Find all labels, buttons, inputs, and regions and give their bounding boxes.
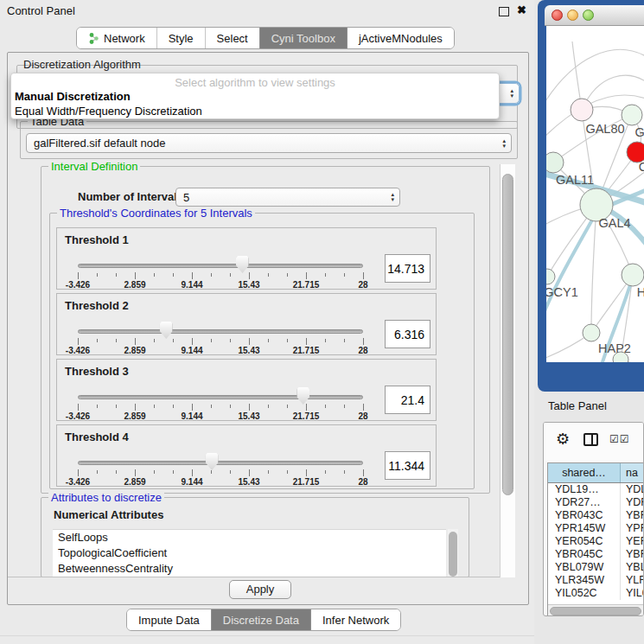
slider-track[interactable] [78, 461, 363, 465]
num-intervals-value: 5 [183, 191, 189, 204]
network-node[interactable] [546, 269, 555, 284]
table-cell[interactable]: YPR1 [621, 522, 643, 535]
threshold-value-field[interactable] [385, 451, 430, 480]
threshold-value-field[interactable] [385, 320, 430, 348]
network-node-label: C [639, 160, 644, 174]
dropdown-option-manual[interactable]: Manual Discretization [11, 89, 499, 104]
network-view[interactable]: GAL80GACGAL11GAL4GCY1HHAP2 [546, 26, 644, 362]
network-node[interactable] [583, 324, 600, 341]
slider-track[interactable] [78, 329, 363, 334]
table-cell[interactable]: YER0 [621, 535, 643, 548]
table-cell[interactable]: YIL052C [548, 587, 621, 600]
threshold-slider[interactable]: -3.4262.8599.14415.4321.71528 [78, 318, 363, 354]
table-row[interactable]: YDL19… YDL1 [548, 483, 643, 496]
float-icon[interactable] [499, 7, 509, 16]
network-edge-thick[interactable] [546, 209, 598, 324]
attributes-list[interactable]: SelfLoopsTopologicalCoefficientBetweenne… [53, 529, 446, 577]
slider-thumb[interactable] [160, 322, 173, 339]
threshold-label: Threshold 2 [65, 299, 129, 312]
table-cell[interactable]: YLR345W [548, 574, 621, 587]
top-tabbar: Network Style Select Cyni Toolbox jActiv… [76, 27, 455, 49]
tab-network[interactable]: Network [77, 28, 156, 48]
table-cell[interactable]: YBL0 [621, 561, 643, 574]
table-cell[interactable]: YBL079W [548, 561, 621, 574]
minimize-traffic-light-icon[interactable] [567, 10, 578, 21]
table-row[interactable]: YIL052C YIL0 [548, 587, 643, 600]
zoom-traffic-light-icon[interactable] [583, 10, 594, 21]
slider-track[interactable] [78, 264, 363, 268]
network-edge[interactable] [591, 205, 596, 333]
slider-thumb[interactable] [296, 387, 309, 405]
network-node-label: GAL11 [556, 173, 594, 187]
threshold-value-field[interactable] [385, 254, 430, 283]
bottom-divider [0, 635, 534, 636]
tab-infer-network[interactable]: Infer Network [311, 609, 400, 630]
network-window-titlebar[interactable] [545, 5, 644, 26]
network-node-label: HAP2 [598, 341, 631, 355]
slider-track[interactable] [78, 395, 363, 399]
network-canvas-svg: GAL80GACGAL11GAL4GCY1HHAP2 [546, 26, 644, 362]
network-edge[interactable] [546, 49, 644, 108]
column-header-shared-name[interactable]: shared… [548, 463, 621, 482]
tab-select[interactable]: Select [205, 28, 259, 48]
column-layout-icon[interactable] [583, 433, 598, 446]
table-cell[interactable]: YBR045C [548, 548, 621, 561]
table-row[interactable]: YLR345W YLR3 [548, 574, 643, 587]
settings-scrollbar[interactable] [500, 164, 515, 577]
network-node[interactable] [546, 152, 564, 173]
table-cell[interactable]: YBR0 [621, 548, 643, 561]
close-icon[interactable]: ✖ [517, 3, 526, 16]
apply-button[interactable]: Apply [229, 580, 291, 599]
list-item[interactable]: TopologicalCoefficient [53, 545, 446, 561]
table-cell[interactable]: YBR0 [621, 509, 643, 522]
table-cell[interactable]: YDL1 [621, 483, 643, 496]
table-cell[interactable]: YBR043C [548, 509, 621, 522]
table-cell[interactable]: YLR3 [621, 574, 643, 587]
table-row[interactable]: YBL079W YBL0 [548, 561, 643, 574]
network-node[interactable] [622, 264, 644, 286]
table-row[interactable]: YBR045C YBR0 [548, 548, 643, 561]
control-panel-title: Control Panel [7, 4, 75, 17]
table-cell[interactable]: YPR145W [548, 522, 621, 535]
num-intervals-combobox[interactable]: 5 ▴▾ [175, 188, 400, 207]
table-row[interactable]: YBR043C YBR0 [548, 509, 643, 522]
threshold-slider[interactable]: -3.4262.8599.14415.4321.71528 [78, 384, 363, 420]
tab-style[interactable]: Style [156, 28, 205, 48]
attributes-list-scrollbar[interactable] [448, 529, 458, 577]
checkbox-icon[interactable]: ☑☑ [609, 433, 630, 445]
tab-jactivemnodules[interactable]: jActiveMNodules [348, 28, 454, 48]
tab-impute-data[interactable]: Impute Data [127, 609, 211, 630]
tab-label: Style [169, 32, 194, 45]
table-row[interactable]: YPR145W YPR1 [548, 522, 643, 535]
close-traffic-light-icon[interactable] [552, 10, 563, 21]
table-cell[interactable]: YDR2 [621, 496, 643, 509]
network-node-label: GAL4 [598, 216, 630, 230]
tab-discretize-data[interactable]: Discretize Data [211, 609, 311, 630]
table-row[interactable]: YER054C YER0 [548, 535, 643, 548]
threshold-value-field[interactable] [385, 386, 430, 414]
table-cell[interactable]: YER054C [548, 535, 621, 548]
table-cell[interactable]: YDR27… [548, 496, 621, 509]
settings-scrollbar-thumb[interactable] [502, 174, 513, 495]
column-header-name[interactable]: na [621, 463, 643, 482]
table-cell[interactable]: YIL0 [621, 587, 643, 600]
network-node[interactable] [622, 105, 642, 125]
dropdown-option-equal-width[interactable]: Equal Width/Frequency Discretization [11, 104, 499, 118]
list-item[interactable]: BetweennessCentrality [53, 561, 446, 577]
slider-thumb[interactable] [236, 256, 249, 273]
threshold-slider[interactable]: -3.4262.8599.14415.4321.71528 [78, 450, 363, 486]
table-cell[interactable]: YDL19… [548, 483, 621, 496]
network-node[interactable] [571, 99, 593, 121]
table-hscrollbar[interactable] [548, 604, 643, 616]
combo-arrows-icon: ▴▾ [391, 192, 394, 202]
slider-thumb[interactable] [206, 453, 219, 470]
table-row[interactable]: YDR27… YDR2 [548, 496, 643, 509]
tab-cyni-toolbox[interactable]: Cyni Toolbox [259, 28, 348, 48]
control-panel-titlebar: Control Panel ✖ [0, 0, 534, 21]
gear-icon[interactable]: ⚙ [556, 430, 570, 449]
slider-tick-labels: -3.4262.8599.14415.4321.71528 [78, 477, 363, 488]
threshold-slider[interactable]: -3.4262.8599.14415.4321.71528 [78, 252, 363, 289]
table-data-combobox[interactable]: galFiltered.sif default node ▴▾ [26, 133, 512, 153]
threshold-panel: Threshold 3 -3.4262.8599.14415.4321.7152… [56, 359, 437, 421]
list-item[interactable]: SelfLoops [53, 530, 446, 545]
